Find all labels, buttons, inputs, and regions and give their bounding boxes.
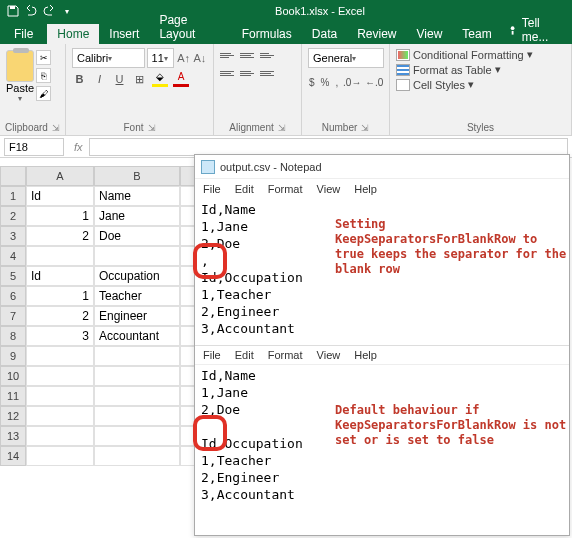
align-top-icon[interactable] xyxy=(220,48,236,62)
percent-icon[interactable]: % xyxy=(320,73,331,91)
align-center-icon[interactable] xyxy=(240,66,256,80)
font-name-select[interactable]: Calibri xyxy=(72,48,145,68)
cell-B13[interactable] xyxy=(94,426,180,446)
tell-me[interactable]: Tell me... xyxy=(502,16,572,44)
row-header-1[interactable]: 1 xyxy=(0,186,26,206)
cell-A6[interactable]: 1 xyxy=(26,286,94,306)
cell-A12[interactable] xyxy=(26,406,94,426)
currency-icon[interactable]: $ xyxy=(308,73,316,91)
row-header-8[interactable]: 8 xyxy=(0,326,26,346)
select-all-corner[interactable] xyxy=(0,166,26,186)
cell-A3[interactable]: 2 xyxy=(26,226,94,246)
copy-icon[interactable]: ⎘ xyxy=(36,68,51,83)
tab-page-layout[interactable]: Page Layout xyxy=(149,10,231,44)
align-left-icon[interactable] xyxy=(220,66,236,80)
np2-menu-view[interactable]: View xyxy=(317,349,341,361)
cell-B12[interactable] xyxy=(94,406,180,426)
row-header-13[interactable]: 13 xyxy=(0,426,26,446)
row-header-7[interactable]: 7 xyxy=(0,306,26,326)
cell-B6[interactable]: Teacher xyxy=(94,286,180,306)
tab-file[interactable]: File xyxy=(0,24,47,44)
cell-A11[interactable] xyxy=(26,386,94,406)
row-header-6[interactable]: 6 xyxy=(0,286,26,306)
fill-color-icon[interactable]: ⬙ xyxy=(152,71,168,87)
clipboard-dialog-icon[interactable]: ⇲ xyxy=(52,123,60,133)
formula-input[interactable] xyxy=(89,138,568,156)
underline-button[interactable]: U xyxy=(112,71,127,87)
tab-review[interactable]: Review xyxy=(347,24,406,44)
col-header-B[interactable]: B xyxy=(94,166,180,186)
increase-font-icon[interactable]: A↑ xyxy=(176,48,190,68)
font-dialog-icon[interactable]: ⇲ xyxy=(148,123,156,133)
cell-A2[interactable]: 1 xyxy=(26,206,94,226)
border-icon[interactable]: ⊞ xyxy=(132,71,147,87)
increase-decimal-icon[interactable]: .0→ xyxy=(343,73,361,91)
cell-B8[interactable]: Accountant xyxy=(94,326,180,346)
cell-A7[interactable]: 2 xyxy=(26,306,94,326)
np-menu-file[interactable]: File xyxy=(203,183,221,195)
name-box[interactable]: F18 xyxy=(4,138,64,156)
tab-data[interactable]: Data xyxy=(302,24,347,44)
font-size-select[interactable]: 11 xyxy=(147,48,175,68)
np2-menu-format[interactable]: Format xyxy=(268,349,303,361)
cell-B4[interactable] xyxy=(94,246,180,266)
align-bottom-icon[interactable] xyxy=(260,48,276,62)
conditional-formatting-button[interactable]: Conditional Formatting ▾ xyxy=(396,48,565,61)
cell-A4[interactable] xyxy=(26,246,94,266)
tab-team[interactable]: Team xyxy=(452,24,501,44)
row-header-12[interactable]: 12 xyxy=(0,406,26,426)
undo-icon[interactable] xyxy=(24,4,38,18)
row-header-14[interactable]: 14 xyxy=(0,446,26,466)
cell-A13[interactable] xyxy=(26,426,94,446)
cell-B2[interactable]: Jane xyxy=(94,206,180,226)
np-menu-edit[interactable]: Edit xyxy=(235,183,254,195)
cell-B14[interactable] xyxy=(94,446,180,466)
cut-icon[interactable]: ✂ xyxy=(36,50,51,65)
tab-insert[interactable]: Insert xyxy=(99,24,149,44)
paste-button[interactable]: Paste ▾ xyxy=(6,48,34,103)
row-header-11[interactable]: 11 xyxy=(0,386,26,406)
row-header-3[interactable]: 3 xyxy=(0,226,26,246)
comma-icon[interactable]: , xyxy=(334,73,339,91)
cell-A5[interactable]: Id xyxy=(26,266,94,286)
align-middle-icon[interactable] xyxy=(240,48,256,62)
cell-B1[interactable]: Name xyxy=(94,186,180,206)
row-header-5[interactable]: 5 xyxy=(0,266,26,286)
row-header-9[interactable]: 9 xyxy=(0,346,26,366)
cell-B3[interactable]: Doe xyxy=(94,226,180,246)
np-menu-format[interactable]: Format xyxy=(268,183,303,195)
cell-B10[interactable] xyxy=(94,366,180,386)
format-painter-icon[interactable]: 🖌 xyxy=(36,86,51,101)
cell-B5[interactable]: Occupation xyxy=(94,266,180,286)
cell-B9[interactable] xyxy=(94,346,180,366)
save-icon[interactable] xyxy=(6,4,20,18)
decrease-font-icon[interactable]: A↓ xyxy=(193,48,207,68)
col-header-A[interactable]: A xyxy=(26,166,94,186)
cell-A14[interactable] xyxy=(26,446,94,466)
cell-styles-button[interactable]: Cell Styles ▾ xyxy=(396,78,565,91)
cell-B11[interactable] xyxy=(94,386,180,406)
row-header-10[interactable]: 10 xyxy=(0,366,26,386)
cell-A9[interactable] xyxy=(26,346,94,366)
row-header-2[interactable]: 2 xyxy=(0,206,26,226)
font-color-icon[interactable]: A xyxy=(173,71,189,87)
tab-home[interactable]: Home xyxy=(47,24,99,44)
np2-menu-edit[interactable]: Edit xyxy=(235,349,254,361)
alignment-dialog-icon[interactable]: ⇲ xyxy=(278,123,286,133)
align-right-icon[interactable] xyxy=(260,66,276,80)
number-dialog-icon[interactable]: ⇲ xyxy=(361,123,369,133)
np-menu-help[interactable]: Help xyxy=(354,183,377,195)
fx-icon[interactable]: fx xyxy=(68,141,89,153)
tab-view[interactable]: View xyxy=(407,24,453,44)
np2-menu-file[interactable]: File xyxy=(203,349,221,361)
tab-formulas[interactable]: Formulas xyxy=(232,24,302,44)
format-as-table-button[interactable]: Format as Table ▾ xyxy=(396,63,565,76)
cell-B7[interactable]: Engineer xyxy=(94,306,180,326)
np2-menu-help[interactable]: Help xyxy=(354,349,377,361)
italic-button[interactable]: I xyxy=(92,71,107,87)
cell-A10[interactable] xyxy=(26,366,94,386)
cell-A8[interactable]: 3 xyxy=(26,326,94,346)
decrease-decimal-icon[interactable]: ←.0 xyxy=(365,73,383,91)
np-menu-view[interactable]: View xyxy=(317,183,341,195)
row-header-4[interactable]: 4 xyxy=(0,246,26,266)
